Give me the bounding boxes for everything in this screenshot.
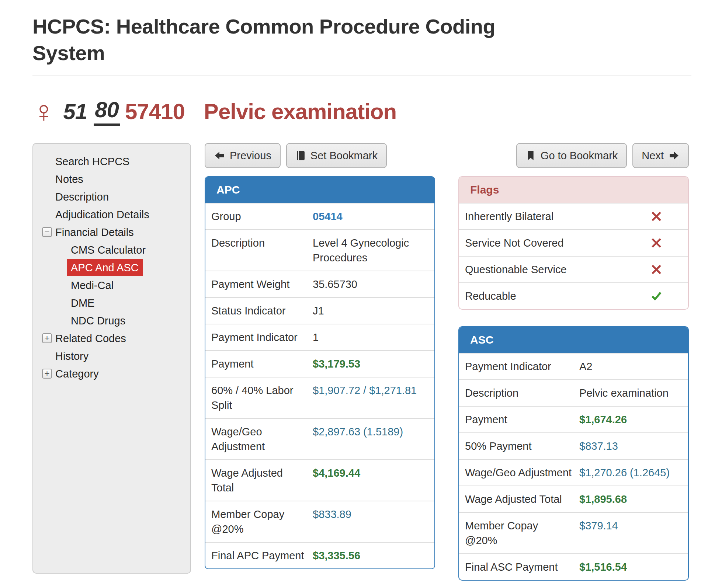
asc-rows: Payment IndicatorA2DescriptionPelvic exa… — [459, 353, 688, 580]
flag-label: Reducable — [465, 289, 516, 303]
apc-row: Member Copay @20%$833.89 — [205, 501, 434, 542]
code-header: ♀ 51 80 57410 Pelvic examination — [32, 97, 708, 126]
row-value: $833.89 — [313, 507, 428, 536]
expand-icon[interactable]: + — [42, 333, 52, 343]
apc-row: Wage Adjusted Total$4,169.44 — [205, 459, 434, 501]
x-icon — [651, 211, 662, 222]
flag-row: Reducable — [459, 282, 688, 309]
apc-rows: Group05414DescriptionLevel 4 Gynecologic… — [205, 203, 434, 568]
asc-panel-title: ASC — [459, 327, 688, 353]
flag-row: Service Not Covered — [459, 229, 688, 256]
sidebar-item-label: CMS Calculator — [71, 244, 146, 256]
apc-row: DescriptionLevel 4 Gynecologic Procedure… — [205, 229, 434, 271]
modifier-2: 80 — [94, 97, 120, 126]
row-value: $837.13 — [579, 439, 682, 453]
arrow-left-icon — [214, 150, 225, 161]
row-label: Member Copay @20% — [465, 518, 579, 548]
apc-panel: APC Group05414DescriptionLevel 4 Gynecol… — [205, 176, 435, 569]
flag-label: Questionable Service — [465, 262, 567, 277]
sidebar-item-label: History — [55, 350, 88, 362]
right-column: Go to Bookmark Next Flags Inherently Bil… — [458, 143, 689, 581]
asc-row: Payment IndicatorA2 — [459, 353, 688, 379]
row-value: $4,169.44 — [313, 466, 428, 495]
row-value[interactable]: 05414 — [313, 209, 428, 224]
page-title: HCPCS: Healthcare Common Procedure Codin… — [32, 13, 534, 66]
sidebar-item-adjudication-details[interactable]: Adjudication Details — [33, 206, 190, 223]
row-value: $1,895.68 — [579, 492, 682, 507]
sidebar-item-description[interactable]: Description — [33, 188, 190, 206]
sidebar-item-cms-calculator[interactable]: CMS Calculator — [33, 241, 190, 259]
asc-row: 50% Payment$837.13 — [459, 432, 688, 459]
row-label: Final APC Payment — [211, 548, 313, 563]
flags-panel-title: Flags — [459, 177, 688, 203]
goto-bookmark-button-label: Go to Bookmark — [541, 148, 618, 163]
previous-button-label: Previous — [230, 148, 271, 163]
sidebar-item-ndc-drugs[interactable]: NDC Drugs — [33, 312, 190, 330]
set-bookmark-button[interactable]: Set Bookmark — [286, 143, 387, 168]
flag-label: Service Not Covered — [465, 236, 564, 250]
left-toolbar: Previous Set Bookmark — [205, 143, 435, 168]
sidebar-item-label: DME — [71, 297, 94, 309]
asc-row: Payment$1,674.26 — [459, 406, 688, 432]
collapse-icon[interactable]: − — [42, 227, 52, 237]
sidebar-item-label: Description — [55, 191, 109, 203]
sidebar: Search HCPCSNotesDescriptionAdjudication… — [32, 143, 191, 574]
sidebar-item-label: Search HCPCS — [55, 156, 129, 167]
sidebar-item-search-hcpcs[interactable]: Search HCPCS — [33, 153, 190, 170]
sidebar-item-history[interactable]: History — [33, 347, 190, 365]
previous-button[interactable]: Previous — [205, 143, 281, 168]
row-label: Wage/Geo Adjustment — [211, 424, 313, 454]
apc-row: 60% / 40% Labor Split$1,907.72 / $1,271.… — [205, 377, 434, 418]
asc-row: Wage Adjusted Total$1,895.68 — [459, 486, 688, 512]
row-label: Wage Adjusted Total — [211, 466, 313, 495]
row-label: Payment — [211, 356, 313, 371]
page: HCPCS: Healthcare Common Procedure Codin… — [0, 0, 708, 581]
row-value: $379.14 — [579, 518, 682, 548]
row-label: Description — [465, 386, 579, 400]
book-icon — [295, 150, 306, 161]
apc-row: Final APC Payment$3,335.56 — [205, 542, 434, 568]
row-label: 50% Payment — [465, 439, 579, 453]
sidebar-item-label: APC And ASC — [67, 259, 143, 276]
sidebar-item-related-codes[interactable]: +Related Codes — [33, 330, 190, 347]
title-divider — [32, 75, 691, 76]
hcpcs-code: 57410 — [125, 99, 185, 124]
sidebar-item-medi-cal[interactable]: Medi-Cal — [33, 276, 190, 294]
goto-bookmark-button[interactable]: Go to Bookmark — [516, 143, 627, 168]
row-value: $2,897.63 (1.5189) — [313, 424, 428, 454]
sidebar-item-label: Financial Details — [55, 226, 134, 238]
sidebar-item-notes[interactable]: Notes — [33, 170, 190, 188]
right-toolbar: Go to Bookmark Next — [458, 143, 689, 168]
sidebar-item-financial-details[interactable]: −Financial Details — [33, 223, 190, 241]
row-value: $1,674.26 — [579, 412, 682, 427]
check-icon — [651, 290, 662, 302]
asc-row: Wage/Geo Adjustment$1,270.26 (1.2645) — [459, 459, 688, 486]
asc-row: Final ASC Payment$1,516.54 — [459, 553, 688, 580]
next-button[interactable]: Next — [632, 143, 689, 168]
flags-panel: Flags Inherently BilateralService Not Co… — [458, 176, 689, 310]
flag-row: Inherently Bilateral — [459, 203, 688, 229]
row-label: Payment — [465, 412, 579, 427]
sidebar-item-label: Related Codes — [55, 333, 126, 344]
x-icon — [651, 264, 662, 275]
apc-row: Payment Weight35.65730 — [205, 271, 434, 297]
row-value: $1,270.26 (1.2645) — [579, 465, 682, 480]
asc-row: Member Copay @20%$379.14 — [459, 512, 688, 553]
row-value: $3,335.56 — [313, 548, 428, 563]
row-value: $3,179.53 — [313, 356, 428, 371]
flag-label: Inherently Bilateral — [465, 209, 553, 224]
sidebar-item-dme[interactable]: DME — [33, 294, 190, 312]
sidebar-item-category[interactable]: +Category — [33, 365, 190, 383]
row-value: 35.65730 — [313, 277, 428, 292]
apc-row: Group05414 — [205, 203, 434, 229]
sidebar-item-apc-and-asc[interactable]: APC And ASC — [33, 259, 190, 276]
row-label: Payment Indicator — [211, 330, 313, 345]
row-label: Wage Adjusted Total — [465, 492, 579, 507]
middle-column: Previous Set Bookmark APC Group05414Desc… — [205, 143, 435, 569]
row-label: Wage/Geo Adjustment — [465, 465, 579, 480]
row-label: Group — [211, 209, 313, 224]
apc-panel-title: APC — [205, 177, 434, 203]
sidebar-item-label: Category — [55, 368, 99, 380]
set-bookmark-button-label: Set Bookmark — [310, 148, 378, 163]
expand-icon[interactable]: + — [42, 369, 52, 379]
